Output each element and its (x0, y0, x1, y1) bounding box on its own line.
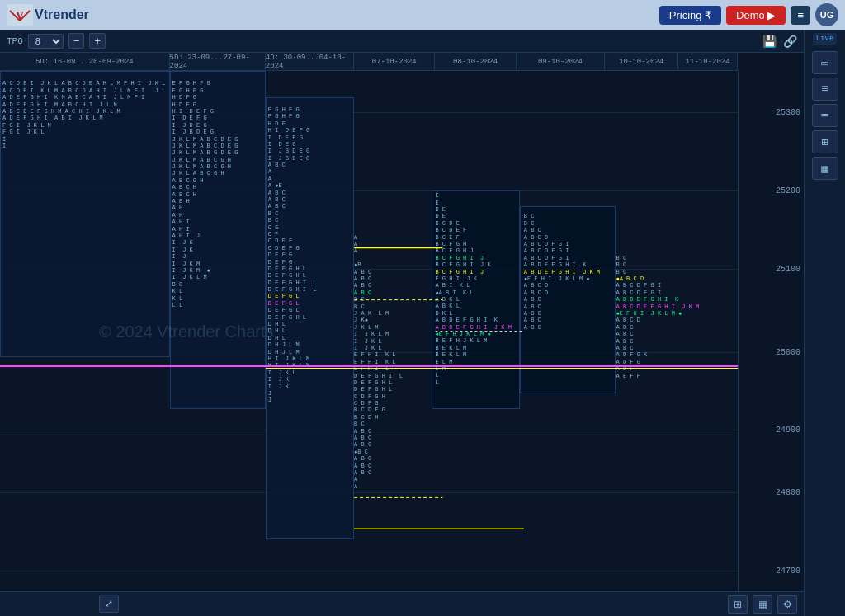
price-25200: 25200 (776, 186, 800, 195)
date-col-2: 5D: 23-09...27-09-2024 (170, 53, 266, 70)
date-col-3: 4D: 30-09...04-10-2024 (266, 53, 354, 70)
logo-icon: V (7, 4, 33, 26)
price-24700: 24700 (776, 566, 800, 575)
date-col-1: 5D: 16-09...20-09-2024 (0, 53, 170, 70)
bottom-settings-button[interactable]: ⚙ (777, 595, 797, 614)
header: V Vtrender Pricing ₹ Demo ▶ ≡ UG (0, 0, 845, 30)
tpo-select[interactable]: 8 6 10 (28, 34, 64, 49)
price-24800: 24800 (776, 488, 800, 497)
sidebar-icon-rect[interactable]: ▭ (812, 51, 838, 74)
toolbar-right-icons: 💾 🔗 (756, 30, 804, 53)
date-col-6: 09-10-2024 (517, 53, 605, 70)
yellow-poc-line (266, 368, 738, 369)
toolbar: TPO 8 6 10 − + (0, 30, 804, 53)
price-25000: 25000 (776, 347, 800, 356)
date-headers: 5D: 16-09...20-09-2024 5D: 23-09...27-09… (0, 53, 738, 71)
logo-area: V Vtrender (7, 4, 89, 26)
date-col-4: 07-10-2024 (354, 53, 435, 70)
bottom-grid-button[interactable]: ⊞ (728, 595, 748, 614)
right-sidebar: Live ▭ ≡ ═ ⊞ ▦ (804, 30, 845, 616)
sidebar-icon-grid4[interactable]: ⊞ (812, 130, 838, 153)
pricing-button[interactable]: Pricing ₹ (659, 6, 721, 25)
chart-area: 5D: 16-09...20-09-2024 5D: 23-09...27-09… (0, 53, 804, 591)
date-col-7: 10-10-2024 (605, 53, 678, 70)
demo-button[interactable]: Demo ▶ (726, 6, 786, 25)
profile-box-2: E F G H F G F G H F G H D F G H D F G H … (170, 71, 266, 409)
profile-box-3: F G H F G F G H F G H D F H I D E F G I … (266, 97, 354, 539)
sidebar-icon-hlines[interactable]: ═ (812, 104, 838, 127)
date-col-5: 08-10-2024 (435, 53, 516, 70)
screenshot-button[interactable]: 🔗 (781, 33, 799, 49)
menu-button[interactable]: ≡ (791, 6, 810, 25)
chart-content: A C D E I J K L A B C D E A H L M F H I … (0, 71, 738, 591)
live-badge: Live (813, 33, 838, 45)
avatar-button[interactable]: UG (815, 3, 838, 26)
profile-box-1: A C D E I J K L A B C D E A H L M F H I … (0, 71, 170, 357)
profile-col-7: B C B C B C ●A B C D A B C D F G I A B C… (616, 248, 689, 379)
date-col-8: 11-10-2024 (678, 53, 738, 70)
price-24900: 24900 (776, 426, 800, 435)
sidebar-icon-grid6[interactable]: ▦ (812, 157, 838, 180)
logo-text: Vtrender (35, 7, 89, 22)
magenta-poc-line (0, 365, 738, 367)
bottom-table-button[interactable]: ▦ (753, 595, 772, 614)
minus-button[interactable]: − (68, 33, 85, 49)
price-axis: 25300 25200 25100 25000 24900 24800 2470… (738, 71, 804, 591)
plus-button[interactable]: + (89, 33, 106, 49)
tpo-label: TPO (7, 36, 23, 46)
bottom-bar: ⊞ ▦ ⚙ (0, 591, 804, 616)
save-button[interactable]: 💾 (761, 33, 778, 49)
profile-col-4: A A A ●B A B C A B C A B C A B C B C B C… (354, 227, 435, 490)
price-25300: 25300 (776, 108, 800, 117)
profile-col-5: E E D E D E B C D E B C D E F B C E F B … (435, 186, 523, 386)
expand-button[interactable]: ⤢ (99, 595, 119, 613)
price-25100: 25100 (776, 264, 800, 273)
header-right: Pricing ₹ Demo ▶ ≡ UG (659, 3, 838, 26)
profile-col-6: B C B C A B C A B C D A B C D F G I A B … (524, 206, 620, 331)
sidebar-icon-lines[interactable]: ≡ (812, 78, 838, 101)
